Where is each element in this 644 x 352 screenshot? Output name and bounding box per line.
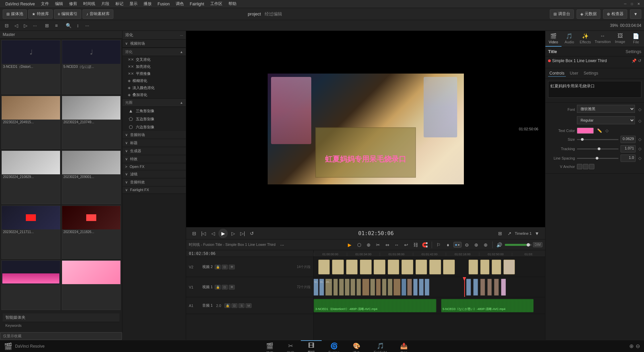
list-item[interactable]: ⬠ 五边形划像 — [122, 115, 186, 123]
anchor-box-3[interactable] — [589, 164, 594, 169]
video-clip[interactable] — [473, 279, 478, 296]
video-clip[interactable] — [469, 260, 478, 274]
menu-mark[interactable]: 标记 — [113, 0, 126, 7]
tab-transition[interactable]: ↔ Transition — [593, 31, 612, 47]
menu-view[interactable]: 显示 — [127, 0, 140, 7]
more-options-button[interactable]: ··· — [31, 21, 39, 30]
effects-library-button[interactable]: ★ 特效库 — [28, 9, 53, 19]
nav-tab-deliver[interactable]: 📤 交付 — [393, 340, 414, 352]
settings-tab[interactable]: Settings — [582, 70, 599, 77]
video-clip[interactable] — [419, 279, 424, 296]
collapse-panel-button[interactable]: ⊖ — [636, 343, 640, 349]
effects-more-button[interactable]: ··· — [180, 33, 183, 37]
slide-tool[interactable]: ↔ — [393, 241, 401, 249]
v1-auto-button[interactable]: ⊡ — [222, 285, 228, 290]
link-tool[interactable]: ⛓ — [412, 241, 420, 249]
mixer-button[interactable]: ⊞ 调音台 — [550, 9, 574, 19]
video-clip[interactable] — [466, 279, 471, 296]
video-clip[interactable]: 20... — [325, 279, 332, 296]
audio-clip[interactable]: 5-NCED3《なにが悪い》-480P-清晰-AVC.mp4 — [441, 299, 534, 312]
video-clip[interactable] — [443, 260, 455, 274]
effects-category-effects[interactable]: ∨ 特效 — [122, 155, 186, 163]
video-clip[interactable] — [370, 279, 375, 296]
list-item[interactable] — [1, 260, 60, 310]
user-tab[interactable]: User — [569, 70, 580, 77]
video-clip[interactable] — [407, 279, 412, 296]
menu-file[interactable]: 文件 — [38, 0, 52, 7]
controls-tab[interactable]: Controls — [548, 70, 566, 77]
text-preview-box[interactable]: 虹夏妈妈专用呆毛烧录口 — [548, 81, 641, 98]
iris-section[interactable]: 光圈 ▲ — [122, 98, 186, 107]
dissolve-section[interactable]: 溶化 ▲ — [122, 48, 186, 56]
list-item[interactable]: ✕✕ 平滑推像 — [122, 70, 186, 77]
v2-auto-button[interactable]: ⊡ — [222, 265, 228, 269]
marker-tool[interactable]: ♦ — [444, 241, 452, 249]
flag-tool[interactable]: ⚐ — [435, 241, 443, 249]
grid-view-button[interactable]: ⊞ — [43, 21, 51, 30]
v1-lock-button[interactable]: 🔒 — [215, 285, 221, 290]
effects-category-open-fx[interactable]: > Open FX — [122, 163, 186, 170]
text-color-swatch[interactable] — [577, 128, 594, 134]
video-clip[interactable] — [374, 260, 385, 274]
font-select[interactable]: 微软雅黑 — [577, 105, 635, 113]
edit-index-button[interactable]: ≡ 编辑索引 — [54, 9, 81, 19]
layout-toggle-button[interactable]: ⊟ — [190, 229, 198, 237]
zoom-in-button[interactable]: ⊕ — [472, 241, 480, 249]
v2-lock-button[interactable]: 🔒 — [215, 265, 221, 269]
nav-tab-color[interactable]: 🎨 调色 — [346, 340, 367, 352]
video-clip[interactable] — [492, 260, 501, 274]
dim-button[interactable]: DIM — [533, 242, 542, 247]
effects-category-video-transition[interactable]: ∨ 视频转场 — [122, 40, 186, 48]
tab-effects[interactable]: ✨ Effects — [577, 31, 593, 47]
play-button[interactable]: ▶ — [218, 229, 228, 238]
video-clip[interactable] — [388, 279, 392, 296]
video-clip[interactable] — [480, 260, 490, 274]
next-frame-button[interactable]: ▷ — [229, 229, 237, 237]
text-color-keyframe-button[interactable]: ◇ — [605, 128, 608, 133]
only-show-favorites-button[interactable]: 仅显示收藏 — [0, 332, 122, 340]
a1-auto-button[interactable]: ⊡ — [231, 303, 237, 308]
video-clip[interactable] — [388, 260, 399, 274]
zoom-out-button[interactable]: ⊖ — [463, 241, 471, 249]
menu-color[interactable]: 调色 — [173, 0, 186, 7]
audio-clip[interactable]: 3-NCED1《Distortion!!》-480P-清晰-AVC.mp4 — [314, 299, 436, 312]
a1-s-button[interactable]: S — [238, 303, 245, 308]
list-item[interactable]: ✕✕ 交叉溶化 — [122, 56, 186, 63]
list-item[interactable]: 20230224_211826... — [62, 206, 121, 259]
video-clip[interactable] — [413, 279, 418, 296]
app-name[interactable]: DaVinci Resolve — [3, 1, 38, 7]
color-picker-icon[interactable]: ✏️ — [597, 128, 602, 133]
size-slider[interactable] — [577, 139, 619, 140]
effects-category-title[interactable]: ∨ 标题 — [122, 139, 186, 147]
menu-edit[interactable]: 编辑 — [52, 0, 66, 7]
video-clip[interactable] — [339, 279, 344, 296]
effects-category-filter[interactable]: ∨ 滤镜 — [122, 170, 186, 178]
fullscreen-button[interactable]: ⊞ — [496, 229, 504, 237]
video-clip[interactable] — [487, 279, 492, 296]
metadata-button[interactable]: ◈ 元数据 — [577, 9, 600, 19]
video-clip[interactable] — [318, 260, 330, 274]
nav-tab-media[interactable]: 🎬 媒体 — [259, 340, 280, 352]
video-clip[interactable] — [362, 279, 369, 296]
video-clip[interactable] — [393, 279, 400, 296]
dynamic-trim-tool[interactable]: ⊕ — [365, 241, 373, 249]
inspector-button[interactable]: ⊕ 检查器 — [603, 9, 627, 19]
size-keyframe-button[interactable]: ◇ — [638, 137, 641, 142]
effects-category-audio-effects[interactable]: ∨ 音频特效 — [122, 178, 186, 186]
video-clip[interactable] — [501, 279, 506, 296]
video-clip[interactable] — [346, 260, 358, 274]
next-edit-button[interactable]: ▷| — [238, 229, 247, 237]
video-clip[interactable] — [345, 279, 350, 296]
list-item[interactable]: 20230224_211711... — [1, 206, 60, 259]
a1-lock-button[interactable]: 🔒 — [224, 303, 230, 308]
font-keyframe-button[interactable]: ◇ — [638, 107, 641, 112]
menu-fusion[interactable]: Fusion — [155, 1, 172, 7]
video-clip[interactable] — [494, 279, 499, 296]
video-clip[interactable]: Vi... — [319, 279, 324, 296]
timeline-dropdown-button[interactable]: ▼ — [533, 229, 541, 237]
video-clip[interactable] — [503, 260, 515, 274]
video-clip[interactable] — [332, 260, 344, 274]
menu-play[interactable]: 播放 — [141, 0, 154, 7]
video-clip[interactable] — [425, 279, 429, 296]
list-view-button[interactable]: ≡ — [52, 21, 60, 30]
